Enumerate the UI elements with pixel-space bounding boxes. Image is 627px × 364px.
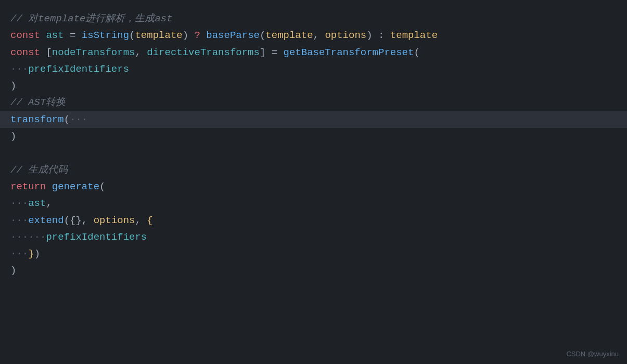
dots-5: ··· xyxy=(10,245,28,262)
param-prefixIdentifiers1: prefixIdentifiers xyxy=(28,61,129,77)
comma4: , xyxy=(82,212,94,229)
code-line-final: ) xyxy=(10,262,627,279)
comment-text-2: // AST转换 xyxy=(10,94,66,111)
func-getBaseTransformPreset: getBaseTransformPreset xyxy=(284,44,414,61)
func-transform: transform xyxy=(10,111,64,128)
watermark: CSDN @wuyxinu xyxy=(566,350,619,358)
keyword-const: const xyxy=(10,27,46,44)
code-line-2: const [ nodeTransforms , directiveTransf… xyxy=(10,44,627,61)
paren3: ( xyxy=(260,27,265,44)
dots-2: ··· xyxy=(10,195,28,212)
keyword-const2: const xyxy=(10,44,46,61)
param-options2: options xyxy=(94,212,135,229)
func-extend: extend xyxy=(28,212,63,229)
param-prefixIdentifiers2: prefixIdentifiers xyxy=(46,229,147,245)
code-line-comment1: // 对template进行解析，生成ast xyxy=(10,10,627,27)
paren5: ( xyxy=(414,44,419,61)
dots-4: ······ xyxy=(10,229,46,245)
comma3: , xyxy=(46,195,52,212)
param-template1: template xyxy=(135,27,182,44)
code-line-transform: transform ( ··· xyxy=(0,111,627,128)
comment-text-3: // 生成代码 xyxy=(10,162,68,178)
func-isString: isString xyxy=(82,27,129,44)
op-eq2: = xyxy=(272,44,284,61)
code-line-blank xyxy=(10,145,627,161)
var-ast: ast xyxy=(46,27,70,44)
code-line-extend: ··· extend ( {} , options , { xyxy=(10,212,627,229)
code-line-3: ··· prefixIdentifiers xyxy=(10,61,627,77)
bracket1: [ xyxy=(46,44,52,61)
comma1: , xyxy=(313,27,325,44)
param-template2: template xyxy=(265,27,313,44)
close-paren4: ) xyxy=(10,262,16,279)
var-nodeTransforms: nodeTransforms xyxy=(52,44,135,61)
func-baseParse: baseParse xyxy=(206,27,260,44)
brace1: {} xyxy=(70,212,82,229)
code-line-ast: ··· ast , xyxy=(10,195,627,212)
op-eq: = xyxy=(70,27,82,44)
code-line-5: ) xyxy=(10,128,627,145)
paren8: ( xyxy=(64,212,70,229)
code-line-comment3: // 生成代码 xyxy=(10,162,627,178)
paren6: ( xyxy=(64,111,70,128)
close-brace: } xyxy=(28,245,34,262)
dots-3: ··· xyxy=(10,212,28,229)
dots-1: ··· xyxy=(10,61,28,77)
code-line-1: const ast = isString ( template ) ? base… xyxy=(10,27,627,44)
param-ast: ast xyxy=(28,195,46,212)
comma5: , xyxy=(135,212,147,229)
code-line-comment2: // AST转换 xyxy=(10,94,627,111)
var-directiveTransforms: directiveTransforms xyxy=(147,44,260,61)
op-colon: : xyxy=(378,27,390,44)
brace2: { xyxy=(147,212,152,229)
func-generate: generate xyxy=(52,178,99,195)
ternary-q: ? xyxy=(195,27,207,44)
code-line-4: ) xyxy=(10,77,627,94)
param-template3: template xyxy=(390,27,438,44)
bracket2: ] xyxy=(260,44,272,61)
param-options1: options xyxy=(325,27,366,44)
paren7: ( xyxy=(99,178,105,195)
close-paren3: ) xyxy=(34,245,40,262)
paren1: ( xyxy=(129,27,135,44)
comment-text-1: // 对template进行解析，生成ast xyxy=(10,10,173,27)
close-paren2: ) xyxy=(10,128,16,145)
paren2: ) xyxy=(183,27,195,44)
code-line-closebrace: ··· } ) xyxy=(10,245,627,262)
code-line-return: return generate ( xyxy=(10,178,627,195)
close-paren1: ) xyxy=(10,77,16,94)
ellipsis: ··· xyxy=(70,111,87,128)
keyword-return: return xyxy=(10,178,52,195)
code-editor: // 对template进行解析，生成ast const ast = isStr… xyxy=(0,0,627,364)
paren4: ) xyxy=(366,27,378,44)
comma2: , xyxy=(135,44,147,61)
code-line-prefix: ······ prefixIdentifiers xyxy=(10,229,627,245)
